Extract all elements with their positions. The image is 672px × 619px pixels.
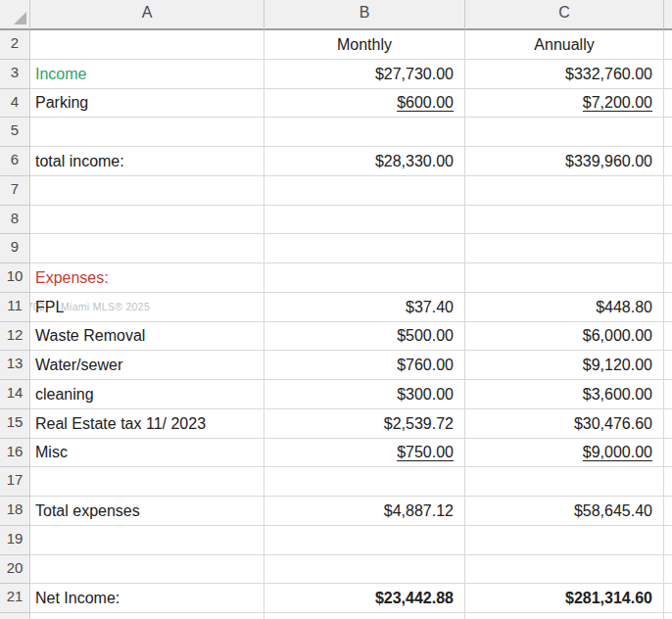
row-header-2[interactable]: 2 (0, 30, 30, 60)
cell-C12[interactable]: $6,000.00 (465, 322, 664, 352)
cell-C5[interactable] (465, 118, 664, 147)
cell-C9[interactable] (465, 234, 664, 263)
cell-B14[interactable]: $300.00 (264, 380, 465, 409)
cell-A7[interactable] (30, 176, 264, 206)
cell-C13[interactable]: $9,120.00 (465, 351, 664, 380)
cell-B21[interactable]: $23,442.88 (264, 584, 465, 613)
cell-D15-partial[interactable] (664, 409, 672, 439)
cell-B10[interactable] (264, 263, 465, 293)
cell-C15[interactable]: $30,476.60 (465, 409, 664, 439)
cell-B19[interactable] (264, 526, 465, 555)
cell-A8[interactable] (30, 206, 264, 235)
row-header-3[interactable]: 3 (0, 60, 30, 89)
column-header-C[interactable]: C (465, 0, 664, 30)
cell-A18[interactable]: Total expenses (30, 497, 264, 526)
row-header-16[interactable]: 16 (0, 439, 30, 468)
cell-D11-partial[interactable] (664, 293, 672, 322)
cell-D6-partial[interactable] (664, 147, 672, 176)
cell-B9[interactable] (264, 234, 465, 263)
cell-A12[interactable]: Waste Removal (30, 322, 264, 352)
cell-D20-partial[interactable] (664, 555, 672, 585)
cell-C22[interactable] (465, 613, 664, 619)
cell-A22[interactable] (30, 613, 264, 619)
cell-D12-partial[interactable] (664, 322, 672, 352)
row-header-8[interactable]: 8 (0, 206, 30, 235)
cell-D18-partial[interactable] (664, 497, 672, 526)
cell-A10[interactable]: Expenses: (30, 263, 264, 293)
cell-C8[interactable] (465, 206, 664, 235)
row-header-5[interactable]: 5 (0, 118, 30, 147)
cell-B4[interactable]: $600.00 (264, 89, 465, 119)
cell-B3[interactable]: $27,730.00 (264, 60, 465, 89)
cell-C2[interactable]: Annually (465, 30, 664, 60)
cell-B8[interactable] (264, 206, 465, 235)
cell-A19[interactable] (30, 526, 264, 555)
cell-C7[interactable] (465, 176, 664, 206)
cell-A17[interactable] (30, 467, 264, 497)
cell-C11[interactable]: $448.80 (465, 293, 664, 322)
cell-C14[interactable]: $3,600.00 (465, 380, 664, 409)
cell-D3-partial[interactable] (664, 60, 672, 89)
cell-D17-partial[interactable] (664, 467, 672, 497)
cell-A9[interactable] (30, 234, 264, 263)
cell-B20[interactable] (264, 555, 465, 585)
cell-A16[interactable]: Misc (30, 439, 264, 468)
row-header-21[interactable]: 21 (0, 584, 30, 613)
cell-A5[interactable] (30, 118, 264, 147)
row-header-19[interactable]: 19 (0, 526, 30, 555)
row-header-20[interactable]: 20 (0, 555, 30, 585)
cell-C20[interactable] (465, 555, 664, 585)
column-header-B[interactable]: B (264, 0, 465, 30)
cell-B18[interactable]: $4,887.12 (264, 497, 465, 526)
cell-D2-partial[interactable] (664, 30, 672, 60)
row-header-7[interactable]: 7 (0, 176, 30, 206)
cell-C4[interactable]: $7,200.00 (465, 89, 664, 119)
cell-A21[interactable]: Net Income: (30, 584, 264, 613)
cell-D16-partial[interactable] (664, 439, 672, 468)
cell-C10[interactable] (465, 263, 664, 293)
cell-D4-partial[interactable] (664, 89, 672, 119)
cell-A4[interactable]: Parking (30, 89, 264, 119)
cell-D14-partial[interactable] (664, 380, 672, 409)
cell-D13-partial[interactable] (664, 351, 672, 380)
cell-D7-partial[interactable] (664, 176, 672, 206)
cell-A2[interactable] (30, 30, 264, 60)
cell-A20[interactable] (30, 555, 264, 585)
select-all-corner[interactable] (0, 0, 30, 30)
row-header-4[interactable]: 4 (0, 89, 30, 119)
cell-B22[interactable] (264, 613, 465, 619)
cell-C21[interactable]: $281,314.60 (465, 584, 664, 613)
cell-A15[interactable]: Real Estate tax 11/ 2023 (30, 409, 264, 439)
cell-B16[interactable]: $750.00 (264, 439, 465, 468)
row-header-11[interactable]: 11 (0, 293, 30, 322)
cell-B7[interactable] (264, 176, 465, 206)
cell-A3[interactable]: Income (30, 60, 264, 89)
cell-A6[interactable]: total income: (30, 147, 264, 176)
cell-B6[interactable]: $28,330.00 (264, 147, 465, 176)
cell-D9-partial[interactable] (664, 234, 672, 263)
cell-A14[interactable]: cleaning (30, 380, 264, 409)
row-header-12[interactable]: 12 (0, 322, 30, 352)
cell-D22-partial[interactable] (664, 613, 672, 619)
cell-B12[interactable]: $500.00 (264, 322, 465, 352)
cell-B11[interactable]: $37.40 (264, 293, 465, 322)
cell-D21-partial[interactable] (664, 584, 672, 613)
cell-B17[interactable] (264, 467, 465, 497)
cell-C18[interactable]: $58,645.40 (465, 497, 664, 526)
cell-C17[interactable] (465, 467, 664, 497)
cell-B5[interactable] (264, 118, 465, 147)
cell-B2[interactable]: Monthly (264, 30, 465, 60)
cell-D10-partial[interactable] (664, 263, 672, 293)
cell-D8-partial[interactable] (664, 206, 672, 235)
cell-C19[interactable] (465, 526, 664, 555)
cell-C6[interactable]: $339,960.00 (465, 147, 664, 176)
cell-A11[interactable]: FPL (30, 293, 264, 322)
row-header-22[interactable]: 22 (0, 613, 30, 619)
cell-C3[interactable]: $332,760.00 (465, 60, 664, 89)
cell-D19-partial[interactable] (664, 526, 672, 555)
cell-C16[interactable]: $9,000.00 (465, 439, 664, 468)
cell-D5-partial[interactable] (664, 118, 672, 147)
row-header-13[interactable]: 13 (0, 351, 30, 380)
cell-A13[interactable]: Water/sewer (30, 351, 264, 380)
cell-B15[interactable]: $2,539.72 (264, 409, 465, 439)
